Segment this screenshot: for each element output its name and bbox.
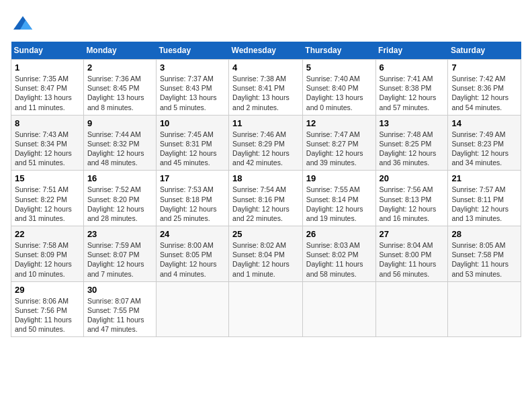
day-number: 20 <box>380 173 445 183</box>
day-number: 29 <box>15 285 80 295</box>
calendar-cell <box>156 281 228 337</box>
day-number: 4 <box>232 62 299 73</box>
day-number: 2 <box>87 62 152 73</box>
day-info: Sunrise: 7:54 AM Sunset: 8:16 PM Dayligh… <box>232 185 299 223</box>
col-header-wednesday: Wednesday <box>229 42 303 60</box>
day-info: Sunrise: 7:37 AM Sunset: 8:43 PM Dayligh… <box>160 74 225 112</box>
logo <box>11 11 38 35</box>
calendar-table: SundayMondayTuesdayWednesdayThursdayFrid… <box>11 42 521 337</box>
calendar-cell: 21Sunrise: 7:57 AM Sunset: 8:11 PM Dayli… <box>448 171 521 226</box>
calendar-cell: 2Sunrise: 7:36 AM Sunset: 8:45 PM Daylig… <box>83 60 156 116</box>
day-info: Sunrise: 7:56 AM Sunset: 8:13 PM Dayligh… <box>380 185 445 223</box>
calendar-cell: 6Sunrise: 7:41 AM Sunset: 8:38 PM Daylig… <box>375 60 448 116</box>
calendar-cell: 8Sunrise: 7:43 AM Sunset: 8:34 PM Daylig… <box>11 115 84 171</box>
day-info: Sunrise: 7:47 AM Sunset: 8:27 PM Dayligh… <box>306 130 372 168</box>
calendar-cell: 7Sunrise: 7:42 AM Sunset: 8:36 PM Daylig… <box>448 60 521 116</box>
page-header <box>11 11 521 35</box>
day-number: 30 <box>87 285 152 295</box>
calendar-cell <box>375 281 448 337</box>
calendar-cell: 9Sunrise: 7:44 AM Sunset: 8:32 PM Daylig… <box>83 115 156 171</box>
logo-icon <box>11 11 35 35</box>
day-info: Sunrise: 7:42 AM Sunset: 8:36 PM Dayligh… <box>451 74 517 112</box>
calendar-cell: 28Sunrise: 8:05 AM Sunset: 7:58 PM Dayli… <box>448 226 521 282</box>
day-number: 19 <box>306 173 372 183</box>
col-header-tuesday: Tuesday <box>156 42 228 60</box>
calendar-cell <box>448 281 521 337</box>
header-row: SundayMondayTuesdayWednesdayThursdayFrid… <box>11 42 521 60</box>
calendar-cell: 10Sunrise: 7:45 AM Sunset: 8:31 PM Dayli… <box>156 115 228 171</box>
day-info: Sunrise: 7:48 AM Sunset: 8:25 PM Dayligh… <box>380 130 445 168</box>
calendar-cell: 15Sunrise: 7:51 AM Sunset: 8:22 PM Dayli… <box>11 171 84 226</box>
day-info: Sunrise: 7:38 AM Sunset: 8:41 PM Dayligh… <box>232 74 299 112</box>
day-number: 24 <box>160 229 225 239</box>
calendar-cell: 20Sunrise: 7:56 AM Sunset: 8:13 PM Dayli… <box>375 171 448 226</box>
day-number: 16 <box>87 173 152 183</box>
calendar-cell: 4Sunrise: 7:38 AM Sunset: 8:41 PM Daylig… <box>229 60 303 116</box>
day-number: 10 <box>160 118 225 128</box>
day-info: Sunrise: 7:53 AM Sunset: 8:18 PM Dayligh… <box>160 185 225 223</box>
day-number: 26 <box>306 229 372 239</box>
calendar-cell: 5Sunrise: 7:40 AM Sunset: 8:40 PM Daylig… <box>302 60 375 116</box>
day-info: Sunrise: 7:52 AM Sunset: 8:20 PM Dayligh… <box>87 185 152 223</box>
week-row-3: 15Sunrise: 7:51 AM Sunset: 8:22 PM Dayli… <box>11 171 521 226</box>
calendar-cell: 17Sunrise: 7:53 AM Sunset: 8:18 PM Dayli… <box>156 171 228 226</box>
day-info: Sunrise: 7:46 AM Sunset: 8:29 PM Dayligh… <box>232 130 299 168</box>
day-number: 9 <box>87 118 152 128</box>
week-row-1: 1Sunrise: 7:35 AM Sunset: 8:47 PM Daylig… <box>11 60 521 116</box>
day-number: 1 <box>15 62 80 73</box>
day-number: 22 <box>15 229 80 239</box>
calendar-cell: 13Sunrise: 7:48 AM Sunset: 8:25 PM Dayli… <box>375 115 448 171</box>
day-number: 14 <box>451 118 517 128</box>
day-number: 6 <box>380 62 445 73</box>
calendar-cell: 25Sunrise: 8:02 AM Sunset: 8:04 PM Dayli… <box>229 226 303 282</box>
day-info: Sunrise: 7:40 AM Sunset: 8:40 PM Dayligh… <box>306 74 372 112</box>
day-number: 5 <box>306 62 372 73</box>
day-number: 11 <box>232 118 299 128</box>
day-number: 8 <box>15 118 80 128</box>
calendar-cell: 30Sunrise: 8:07 AM Sunset: 7:55 PM Dayli… <box>83 281 156 337</box>
calendar-cell: 14Sunrise: 7:49 AM Sunset: 8:23 PM Dayli… <box>448 115 521 171</box>
day-info: Sunrise: 7:44 AM Sunset: 8:32 PM Dayligh… <box>87 130 152 168</box>
day-number: 12 <box>306 118 372 128</box>
day-info: Sunrise: 8:06 AM Sunset: 7:56 PM Dayligh… <box>15 296 80 334</box>
calendar-cell: 26Sunrise: 8:03 AM Sunset: 8:02 PM Dayli… <box>302 226 375 282</box>
calendar-cell: 19Sunrise: 7:55 AM Sunset: 8:14 PM Dayli… <box>302 171 375 226</box>
calendar-cell: 16Sunrise: 7:52 AM Sunset: 8:20 PM Dayli… <box>83 171 156 226</box>
calendar-cell: 27Sunrise: 8:04 AM Sunset: 8:00 PM Dayli… <box>375 226 448 282</box>
day-info: Sunrise: 7:58 AM Sunset: 8:09 PM Dayligh… <box>15 240 80 279</box>
calendar-cell: 1Sunrise: 7:35 AM Sunset: 8:47 PM Daylig… <box>11 60 84 116</box>
week-row-4: 22Sunrise: 7:58 AM Sunset: 8:09 PM Dayli… <box>11 226 521 282</box>
calendar-cell: 3Sunrise: 7:37 AM Sunset: 8:43 PM Daylig… <box>156 60 228 116</box>
calendar-cell: 22Sunrise: 7:58 AM Sunset: 8:09 PM Dayli… <box>11 226 84 282</box>
day-number: 27 <box>380 229 445 239</box>
day-info: Sunrise: 7:43 AM Sunset: 8:34 PM Dayligh… <box>15 130 80 168</box>
day-info: Sunrise: 7:36 AM Sunset: 8:45 PM Dayligh… <box>87 74 152 112</box>
day-info: Sunrise: 8:04 AM Sunset: 8:00 PM Dayligh… <box>380 240 445 279</box>
day-number: 7 <box>451 62 517 73</box>
week-row-5: 29Sunrise: 8:06 AM Sunset: 7:56 PM Dayli… <box>11 281 521 337</box>
day-number: 13 <box>380 118 445 128</box>
week-row-2: 8Sunrise: 7:43 AM Sunset: 8:34 PM Daylig… <box>11 115 521 171</box>
calendar-cell: 12Sunrise: 7:47 AM Sunset: 8:27 PM Dayli… <box>302 115 375 171</box>
day-number: 18 <box>232 173 299 183</box>
day-info: Sunrise: 7:41 AM Sunset: 8:38 PM Dayligh… <box>380 74 445 112</box>
calendar-cell: 24Sunrise: 8:00 AM Sunset: 8:05 PM Dayli… <box>156 226 228 282</box>
calendar-cell: 23Sunrise: 7:59 AM Sunset: 8:07 PM Dayli… <box>83 226 156 282</box>
col-header-thursday: Thursday <box>302 42 375 60</box>
day-info: Sunrise: 8:02 AM Sunset: 8:04 PM Dayligh… <box>232 240 299 279</box>
day-info: Sunrise: 7:51 AM Sunset: 8:22 PM Dayligh… <box>15 185 80 223</box>
calendar-cell: 18Sunrise: 7:54 AM Sunset: 8:16 PM Dayli… <box>229 171 303 226</box>
day-info: Sunrise: 8:03 AM Sunset: 8:02 PM Dayligh… <box>306 240 372 279</box>
day-info: Sunrise: 7:35 AM Sunset: 8:47 PM Dayligh… <box>15 74 80 112</box>
day-number: 28 <box>451 229 517 239</box>
col-header-monday: Monday <box>83 42 156 60</box>
day-number: 23 <box>87 229 152 239</box>
day-number: 15 <box>15 173 80 183</box>
day-info: Sunrise: 7:45 AM Sunset: 8:31 PM Dayligh… <box>160 130 225 168</box>
day-info: Sunrise: 7:57 AM Sunset: 8:11 PM Dayligh… <box>451 185 517 223</box>
calendar-cell: 11Sunrise: 7:46 AM Sunset: 8:29 PM Dayli… <box>229 115 303 171</box>
day-info: Sunrise: 7:55 AM Sunset: 8:14 PM Dayligh… <box>306 185 372 223</box>
day-info: Sunrise: 7:49 AM Sunset: 8:23 PM Dayligh… <box>451 130 517 168</box>
calendar-cell: 29Sunrise: 8:06 AM Sunset: 7:56 PM Dayli… <box>11 281 84 337</box>
day-info: Sunrise: 7:59 AM Sunset: 8:07 PM Dayligh… <box>87 240 152 279</box>
